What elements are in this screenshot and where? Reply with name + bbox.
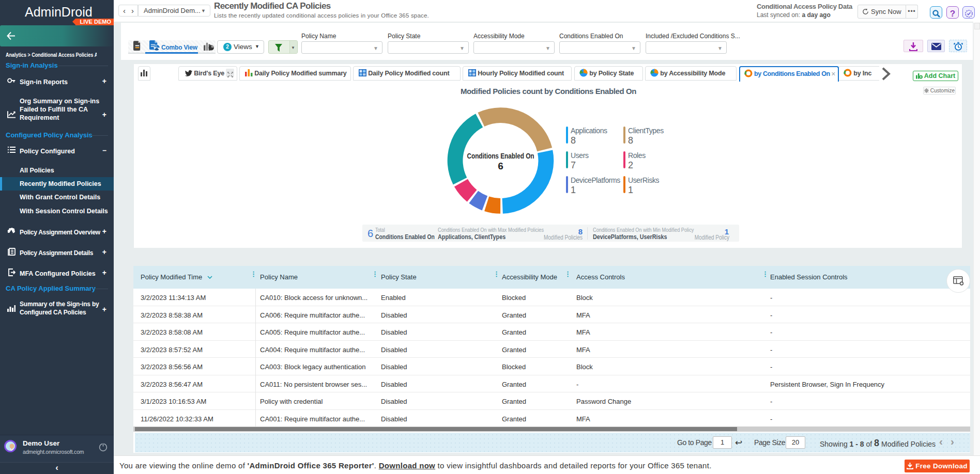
svg-text:Conditions Enabled On: Conditions Enabled On xyxy=(467,151,534,160)
svg-text:6: 6 xyxy=(498,161,503,171)
